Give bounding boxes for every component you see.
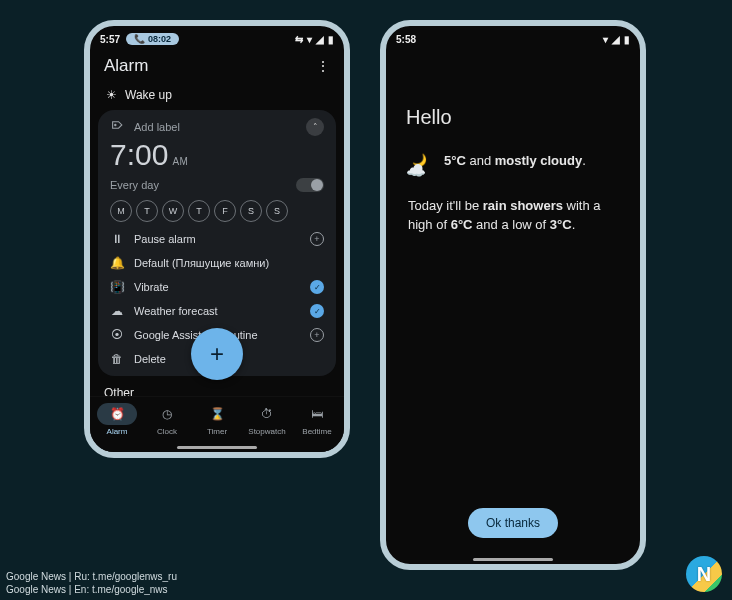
- option-icon: 🗑: [110, 352, 124, 366]
- source-credits: Google News | Ru: t.me/googlenws_ru Goog…: [6, 570, 177, 596]
- bottom-nav: ⏰Alarm◷Clock⌛Timer⏱Stopwatch🛏Bedtime: [90, 396, 344, 452]
- status-time: 5:57: [100, 34, 120, 45]
- weather-icon: 🌙 ☁️: [406, 153, 434, 177]
- nav-label: Timer: [207, 427, 227, 436]
- forecast-cond: rain showers: [483, 198, 563, 213]
- stopwatch-icon: ⏱: [247, 403, 287, 425]
- wakeup-header[interactable]: ☀ Wake up: [90, 82, 344, 110]
- wakeup-label: Wake up: [125, 88, 172, 102]
- timer-icon: ⌛: [197, 403, 237, 425]
- alarm-option-row[interactable]: 🔔Default (Пляшущие камни): [110, 256, 324, 270]
- call-chip-time: 08:02: [148, 34, 171, 44]
- day-toggle-4[interactable]: F: [214, 200, 236, 222]
- nav-label: Clock: [157, 427, 177, 436]
- option-icon: ⦿: [110, 328, 124, 342]
- label-icon: [110, 119, 124, 135]
- watermark-badge: N: [686, 556, 722, 592]
- option-label: Vibrate: [134, 281, 169, 293]
- nav-timer[interactable]: ⌛Timer: [197, 403, 237, 436]
- alarm-icon: ⏰: [97, 403, 137, 425]
- nav-clock[interactable]: ◷Clock: [147, 403, 187, 436]
- plus-circle-icon[interactable]: +: [310, 232, 324, 246]
- nav-label: Alarm: [107, 427, 128, 436]
- forecast-low: 3°C: [550, 217, 572, 232]
- phone-alarm: 5:57 📞 08:02 ⇆ ▾ ◢ ▮ Alarm ⋮ ☀ Wake up: [84, 20, 350, 458]
- status-bar: 5:58 ▾ ◢ ▮: [386, 26, 640, 52]
- enabled-toggle[interactable]: [296, 178, 324, 192]
- add-label-text[interactable]: Add label: [134, 121, 180, 133]
- cloud-icon: ☁️: [406, 161, 426, 180]
- option-icon: ⏸: [110, 232, 124, 246]
- collapse-button[interactable]: ˄: [306, 118, 324, 136]
- phone-weather-greeting: 5:58 ▾ ◢ ▮ Hello 🌙 ☁️ 5°C and mostly clo…: [380, 20, 646, 570]
- nav-bedtime[interactable]: 🛏Bedtime: [297, 403, 337, 436]
- check-icon: ✓: [310, 280, 324, 294]
- option-icon: 📳: [110, 280, 124, 294]
- nav-label: Stopwatch: [248, 427, 285, 436]
- current-temp: 5°C: [444, 153, 466, 168]
- clock-icon: ◷: [147, 403, 187, 425]
- check-icon: ✓: [310, 304, 324, 318]
- alarm-ampm: AM: [172, 156, 188, 167]
- every-day-label: Every day: [110, 179, 159, 191]
- alarm-option-row[interactable]: ☁Weather forecast✓: [110, 304, 324, 318]
- plus-circle-icon[interactable]: +: [310, 328, 324, 342]
- credit-line-2: Google News | En: t.me/google_nws: [6, 583, 177, 596]
- day-selector: MTWTFSS: [110, 200, 324, 222]
- day-toggle-0[interactable]: M: [110, 200, 132, 222]
- cell-icon: ◢: [612, 34, 620, 45]
- gesture-bar[interactable]: [177, 446, 257, 449]
- credit-line-1: Google News | Ru: t.me/googlenws_ru: [6, 570, 177, 583]
- overflow-menu-icon[interactable]: ⋮: [316, 58, 330, 74]
- nav-label: Bedtime: [302, 427, 331, 436]
- option-label: Weather forecast: [134, 305, 218, 317]
- wifi-icon: ⇆: [295, 34, 303, 45]
- svg-point-0: [114, 124, 115, 125]
- nav-stopwatch[interactable]: ⏱Stopwatch: [247, 403, 287, 436]
- option-label: Delete: [134, 353, 166, 365]
- alarm-option-row[interactable]: 📳Vibrate✓: [110, 280, 324, 294]
- cell-icon: ◢: [316, 34, 324, 45]
- greeting-title: Hello: [386, 52, 640, 129]
- option-label: Default (Пляшущие камни): [134, 257, 269, 269]
- sun-icon: ☀: [106, 88, 117, 102]
- wifi-icon: ▾: [603, 34, 608, 45]
- current-weather: 🌙 ☁️ 5°C and mostly cloudy.: [386, 129, 640, 177]
- alarm-time[interactable]: 7:00 AM: [110, 138, 324, 172]
- status-time: 5:58: [396, 34, 416, 45]
- ok-thanks-button[interactable]: Ok thanks: [468, 508, 558, 538]
- battery-icon: ▮: [624, 34, 630, 45]
- nav-alarm[interactable]: ⏰Alarm: [97, 403, 137, 436]
- day-toggle-6[interactable]: S: [266, 200, 288, 222]
- forecast-text: Today it'll be rain showers with a high …: [386, 177, 640, 235]
- phone-icon: 📞: [134, 34, 145, 44]
- forecast-high: 6°C: [451, 217, 473, 232]
- current-cond: mostly cloudy: [495, 153, 582, 168]
- page-title: Alarm: [104, 56, 148, 76]
- day-toggle-5[interactable]: S: [240, 200, 262, 222]
- day-toggle-2[interactable]: W: [162, 200, 184, 222]
- add-alarm-fab[interactable]: +: [191, 328, 243, 380]
- alarm-time-value: 7:00: [110, 138, 168, 172]
- option-label: Pause alarm: [134, 233, 196, 245]
- current-weather-text: 5°C and mostly cloudy.: [444, 153, 586, 177]
- option-icon: ☁: [110, 304, 124, 318]
- status-bar: 5:57 📞 08:02 ⇆ ▾ ◢ ▮: [90, 26, 344, 52]
- day-toggle-3[interactable]: T: [188, 200, 210, 222]
- alarm-option-row[interactable]: ⏸Pause alarm+: [110, 232, 324, 246]
- chevron-up-icon: ˄: [313, 122, 318, 132]
- option-icon: 🔔: [110, 256, 124, 270]
- plus-icon: +: [210, 340, 224, 368]
- battery-icon: ▮: [328, 34, 334, 45]
- signal-icon: ▾: [307, 34, 312, 45]
- gesture-bar[interactable]: [473, 558, 553, 561]
- day-toggle-1[interactable]: T: [136, 200, 158, 222]
- call-chip[interactable]: 📞 08:02: [126, 33, 179, 45]
- bedtime-icon: 🛏: [297, 403, 337, 425]
